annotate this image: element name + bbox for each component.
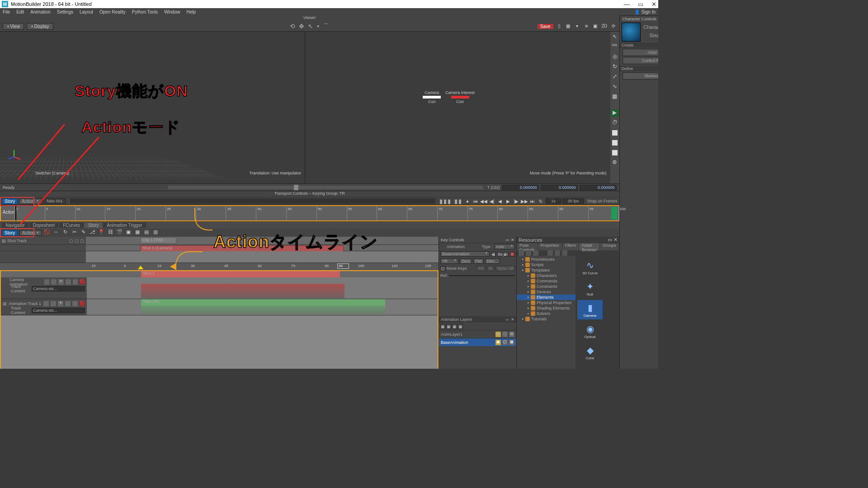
cam-icon[interactable]: ▣ — [592, 23, 599, 30]
playhead-marker[interactable] — [15, 206, 16, 221]
fps-field[interactable]: 30 fps — [562, 198, 584, 204]
tab-fcurves[interactable]: FCurves — [59, 223, 84, 228]
pin-icon[interactable]: 📍 — [98, 229, 105, 236]
layer2-mute[interactable]: ▢ — [502, 340, 508, 345]
tree-item-constraints[interactable]: Constraints — [517, 284, 576, 289]
a-btn-mute[interactable]: 🚫 — [80, 301, 85, 306]
mute-icon[interactable]: 🚫 — [43, 229, 51, 236]
transport-scrubber[interactable] — [70, 198, 436, 204]
track-handle-icon[interactable]: ▤ — [2, 239, 6, 243]
tree-item-templates[interactable]: Templates — [517, 267, 576, 273]
track-btn2[interactable]: ▢ — [75, 239, 79, 243]
tree-item-shading-elements[interactable]: Shading Elements — [517, 305, 576, 311]
t-x-field[interactable]: 0.000000 — [502, 185, 539, 190]
menu-settings[interactable]: Settings — [57, 9, 73, 14]
clip-tw[interactable]: Clip 1 (TW) — [140, 237, 176, 244]
layer1-solo[interactable]: ▣ — [495, 332, 501, 337]
disc-btn[interactable]: Disc... — [485, 258, 500, 264]
view-menu[interactable]: View — [3, 23, 24, 30]
snap-label[interactable]: Snap on Frames — [587, 199, 618, 203]
select-icon[interactable]: ↖ — [308, 23, 313, 31]
razor-icon[interactable]: ✂ — [71, 229, 78, 236]
rec-icon[interactable]: ● — [464, 199, 471, 204]
save-button[interactable]: Save — [538, 24, 553, 29]
tab-properties[interactable]: Properties — [538, 243, 562, 250]
tree-item-tutorials[interactable]: Tutorials — [517, 316, 576, 322]
tree-item-physical-properties[interactable]: Physical Properties — [517, 300, 576, 305]
menu-python-tools[interactable]: Python Tools — [132, 9, 158, 14]
camera-clip-body[interactable] — [141, 284, 344, 298]
keys-icon[interactable]: ⎇ — [89, 229, 96, 236]
ik-btn[interactable]: IK — [487, 266, 495, 271]
tr-dropdown[interactable]: TR — [440, 258, 458, 264]
track-btn3[interactable]: ▢ — [80, 239, 84, 243]
tab-dopesheet[interactable]: Dopesheet — [29, 223, 58, 228]
view-grid-icon[interactable] — [555, 250, 560, 256]
target-icon[interactable]: ◎ — [611, 53, 618, 61]
layer-item-1[interactable]: AnimLayer1 ▣ ▢ ▦ — [439, 330, 516, 338]
type-dropdown[interactable]: Auto — [494, 244, 515, 249]
dropdown-icon[interactable]: ▾ — [574, 23, 580, 30]
tab-filters[interactable]: Filters — [562, 243, 580, 250]
cube3-icon[interactable] — [612, 150, 618, 155]
waves-icon[interactable]: ≋ — [583, 23, 590, 30]
tab-anim-trigger[interactable]: Animation Trigger — [103, 223, 146, 228]
tree-item-elements[interactable]: Elements — [517, 295, 576, 300]
sync-btn[interactable]: Sync. All — [495, 266, 515, 271]
t-btn2[interactable] — [51, 279, 57, 285]
reload2-icon[interactable]: ↻ — [61, 229, 69, 236]
view-list-icon[interactable] — [547, 250, 553, 256]
res-close-icon[interactable]: ▭ ✕ — [608, 237, 618, 243]
take-clip-body[interactable] — [141, 305, 385, 314]
tree-item-characters[interactable]: Characters — [517, 273, 576, 278]
t-z-field[interactable]: 0.000000 — [580, 185, 617, 190]
asset-item-cube[interactable]: ◆Cube — [577, 343, 603, 362]
skeleton-button[interactable]: Skeleton — [623, 72, 658, 80]
layer1-lock[interactable]: ▦ — [509, 332, 514, 337]
screens-icon[interactable]: ▥ — [152, 229, 159, 236]
point-icon[interactable]: • — [317, 23, 319, 31]
palette-icon[interactable]: ▦ — [565, 23, 571, 30]
layer-item-2[interactable]: BaseAnimation ▣ ▢ ▦ — [439, 338, 516, 346]
curve-icon[interactable]: ∿ — [611, 83, 618, 90]
al-ico2[interactable]: ▣ — [446, 324, 451, 329]
tab-pose[interactable]: Pose Controls — [517, 243, 538, 250]
action-ruler[interactable]: Action 051015202530354045505560657075808… — [1, 206, 618, 221]
layer2-lock[interactable]: ▦ — [509, 340, 514, 345]
loop-icon[interactable]: ↻ — [537, 199, 544, 204]
cube2-icon[interactable] — [612, 140, 618, 145]
step-fwd-icon[interactable]: ▶▶ — [521, 199, 528, 204]
layer1-mute[interactable]: ▢ — [502, 332, 508, 337]
play-back-icon[interactable]: ◀ — [496, 199, 504, 204]
asset-item-null[interactable]: ✦Null — [577, 279, 603, 298]
menu-open-reality[interactable]: Open Reality — [99, 9, 126, 14]
menu-animation[interactable]: Animation — [30, 9, 50, 14]
al-ico4[interactable]: ▣ — [458, 324, 463, 329]
rate-field[interactable]: 1x — [546, 198, 561, 204]
menu-window[interactable]: Window — [164, 9, 180, 14]
pencil-icon[interactable]: ✎ — [80, 229, 87, 236]
play-icon[interactable]: ▶ — [505, 199, 512, 204]
tree-item-solvers[interactable]: Solvers — [517, 311, 576, 316]
signin-button[interactable]: 👤 Sign In — [634, 9, 656, 14]
take-field[interactable]: Take 001 — [43, 198, 66, 204]
t-btn3[interactable]: 👁 — [58, 279, 64, 285]
camera-node[interactable]: Camera Con — [423, 90, 441, 104]
tree-item-prevismoves[interactable]: PrevisMoves — [517, 257, 576, 262]
actor-button[interactable]: Actor — [623, 49, 658, 56]
tree-item-devices[interactable]: Devices — [517, 289, 576, 295]
range-box[interactable]: 90 — [337, 263, 349, 269]
view-large-icon[interactable] — [533, 250, 538, 256]
twod-icon[interactable]: 2D — [601, 23, 608, 30]
view-detail-icon[interactable] — [562, 250, 567, 256]
next-key-btn[interactable]: ▶ — [504, 252, 509, 257]
link-icon[interactable]: ⛓ — [107, 229, 114, 236]
track-btn1[interactable]: ▢ — [69, 239, 73, 243]
flat-btn[interactable]: Flat — [473, 258, 484, 264]
status-slider[interactable] — [168, 186, 483, 189]
a-btn5[interactable] — [72, 301, 78, 306]
arc-icon[interactable]: ⌒ — [323, 23, 329, 31]
calendar-icon[interactable]: ▤ — [143, 229, 150, 236]
label-gbl[interactable]: GbL — [611, 43, 618, 51]
story-toggle[interactable]: Story — [2, 198, 18, 204]
